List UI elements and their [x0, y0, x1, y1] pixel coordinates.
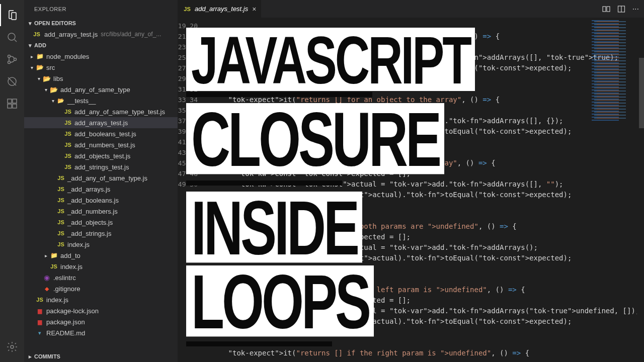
tree-file[interactable]: JSadd_strings_test.js [24, 161, 178, 172]
md-file-icon: ▾ [35, 330, 44, 336]
tree-folder[interactable]: ▾📂src [24, 62, 178, 73]
config-file-icon: ◉ [42, 274, 51, 282]
chevron-down-icon: ▾ [26, 42, 34, 49]
overlay-word: JAVASCRIPT [186, 28, 475, 91]
chevron-down-icon: ▾ [49, 98, 56, 104]
tree-file[interactable]: JSindex.js [24, 294, 178, 305]
tab-bar: JS add_arrays_test.js × ··· [178, 0, 644, 18]
js-file-icon: JS [63, 142, 72, 148]
overlay-word: CLOSURE [186, 103, 444, 174]
tree-item-label: _add_numbers.js [67, 208, 118, 215]
scrollbar-thumb[interactable] [639, 58, 644, 128]
tree-item-label: src [46, 64, 55, 71]
tree-item-label: __tests__ [67, 97, 96, 105]
open-editor-path: src/libs/add_any_of_... [101, 31, 161, 38]
tree-file[interactable]: JSadd_objects_test.js [24, 150, 178, 161]
tree-file[interactable]: ▾README.md [24, 327, 178, 338]
folder-icon: 📂 [42, 75, 51, 82]
workspace-header[interactable]: ▾ ADD [24, 40, 178, 51]
js-file-icon: JS [56, 241, 65, 247]
tree-file[interactable]: JSadd_arrays_test.js [24, 117, 178, 128]
workspace-label: ADD [34, 42, 46, 48]
tree-file[interactable]: ◆.gitignore [24, 283, 178, 294]
js-file-icon: JS [56, 186, 65, 192]
tree-file[interactable]: JSindex.js [24, 239, 178, 250]
tree-item-label: add_any_of_same_type_test.js [74, 108, 165, 116]
chevron-right-icon: ▸ [28, 54, 35, 59]
tree-item-label: package.json [46, 318, 85, 326]
editor-title-actions: ··· [602, 0, 644, 18]
svg-point-1 [8, 55, 11, 58]
activity-settings-icon[interactable] [0, 336, 24, 358]
vertical-scrollbar[interactable] [637, 18, 644, 362]
tree-item-label: .gitignore [53, 285, 80, 293]
commits-header[interactable]: ▸ COMMITS [24, 351, 178, 362]
tree-item-label: index.js [60, 263, 83, 270]
svg-point-2 [8, 61, 11, 64]
tree-file[interactable]: JS_add_booleans.js [24, 195, 178, 206]
tree-folder[interactable]: ▾📂add_any_of_same_type [24, 84, 178, 95]
activity-extensions-icon[interactable] [0, 93, 24, 115]
open-editors-label: OPEN EDITORS [34, 20, 76, 26]
js-file-icon: JS [35, 297, 44, 303]
svg-rect-5 [8, 99, 12, 103]
git-file-icon: ◆ [42, 286, 51, 292]
open-editors-header[interactable]: ▾ OPEN EDITORS [24, 18, 178, 29]
more-icon[interactable]: ··· [632, 5, 639, 14]
svg-rect-11 [607, 7, 610, 12]
svg-point-9 [11, 345, 14, 348]
chevron-down-icon: ▾ [42, 87, 49, 93]
tree-folder[interactable]: ▸📁add_to [24, 250, 178, 261]
js-file-icon: JS [32, 31, 41, 37]
tree-file[interactable]: ◉.eslintrc [24, 272, 178, 283]
tree-file[interactable]: JSadd_booleans_test.js [24, 128, 178, 139]
tree-file[interactable]: JS_add_objects.js [24, 217, 178, 228]
activity-bar [0, 0, 24, 362]
tree-file[interactable]: JSindex.js [24, 261, 178, 272]
js-file-icon: JS [63, 109, 72, 115]
tree-folder[interactable]: ▸📁node_modules [24, 51, 178, 62]
tree-item-label: add_to [60, 252, 80, 259]
js-file-icon: JS [183, 6, 192, 12]
activity-debug-icon[interactable] [0, 70, 24, 93]
svg-rect-6 [8, 104, 12, 108]
tree-file[interactable]: JS_add_numbers.js [24, 206, 178, 217]
open-editor-item[interactable]: JS add_arrays_test.js src/libs/add_any_o… [24, 29, 178, 40]
js-file-icon: JS [56, 230, 65, 236]
tree-item-label: add_booleans_test.js [74, 130, 136, 138]
tree-item-label: add_numbers_test.js [74, 141, 135, 149]
svg-point-0 [8, 33, 15, 40]
open-editor-name: add_arrays_test.js [44, 31, 98, 38]
activity-scm-icon[interactable] [0, 48, 24, 70]
tree-folder[interactable]: ▾📂libs [24, 73, 178, 84]
tree-item-label: _add_objects.js [67, 219, 113, 226]
tree-folder[interactable]: ▾📂__tests__ [24, 95, 178, 106]
svg-point-3 [14, 58, 17, 61]
tree-file[interactable]: JS_add_any_of_same_type.js [24, 172, 178, 184]
overlay-word: LOOPS [186, 265, 374, 337]
tree-file[interactable]: JS_add_arrays.js [24, 184, 178, 195]
split-editor-icon[interactable] [617, 5, 625, 13]
tree-file[interactable]: ▆package.json [24, 316, 178, 327]
activity-explorer-icon[interactable] [0, 4, 24, 26]
compare-icon[interactable] [602, 5, 610, 13]
overlay-word: INSIDE [186, 192, 362, 263]
chevron-right-icon: ▸ [26, 353, 34, 360]
tree-file[interactable]: ▆package-lock.json [24, 305, 178, 316]
svg-rect-7 [13, 104, 17, 108]
npm-file-icon: ▆ [35, 319, 44, 325]
activity-search-icon[interactable] [0, 26, 24, 48]
tree-file[interactable]: JSadd_any_of_same_type_test.js [24, 106, 178, 117]
tree-item-label: add_arrays_test.js [74, 119, 128, 127]
folder-icon: 📂 [49, 86, 58, 94]
tree-item-label: node_modules [46, 53, 89, 60]
tree-file[interactable]: JS_add_strings.js [24, 228, 178, 239]
close-icon[interactable]: × [252, 5, 256, 13]
minimap[interactable] [592, 20, 637, 121]
folder-icon: 📁 [35, 53, 44, 60]
tab-active[interactable]: JS add_arrays_test.js × [178, 0, 262, 18]
tree-file[interactable]: JSadd_numbers_test.js [24, 139, 178, 150]
js-file-icon: JS [63, 153, 72, 159]
tree-item-label: _add_strings.js [67, 230, 111, 237]
tree-item-label: _add_any_of_same_type.js [67, 174, 147, 182]
